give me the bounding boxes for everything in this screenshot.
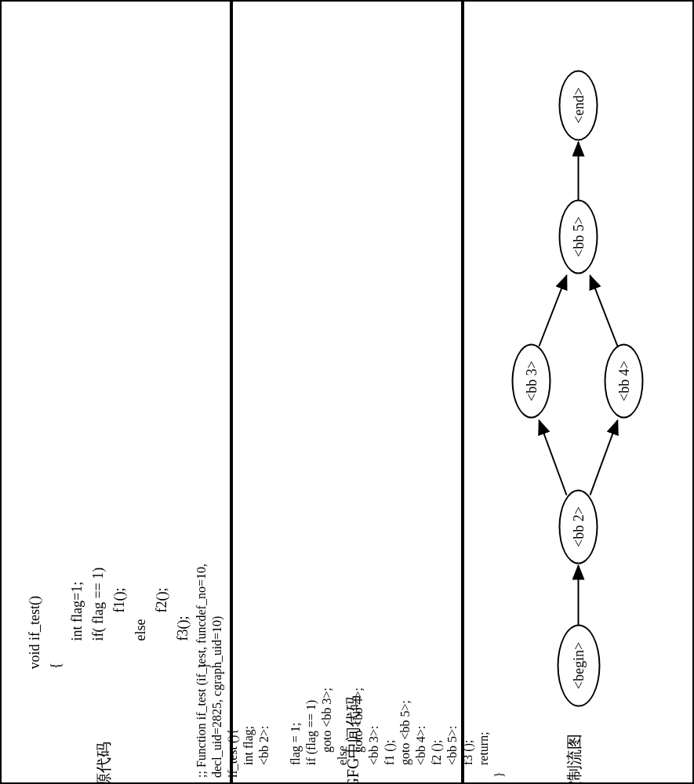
node-end: <end> [559, 71, 598, 141]
intermediate-label: GCC-GFG中间代码 [343, 695, 364, 784]
intermediate-code-panel: ;; Function if_test (if_test, funcdef_no… [231, 0, 463, 784]
node-begin-label: <begin> [571, 642, 587, 689]
node-bb5: <bb 5> [559, 200, 598, 274]
svg-line-2 [540, 421, 567, 495]
node-bb2-label: <bb 2> [570, 506, 587, 547]
source-label: 源代码 [93, 742, 114, 785]
source-code-text: void if_test() { int flag=1; if( flag ==… [24, 121, 215, 670]
cfg-label: 控制流图 [564, 734, 585, 785]
node-bb4: <bb 4> [605, 344, 644, 419]
node-bb3-label: <bb 3> [523, 361, 540, 401]
node-begin: <begin> [558, 625, 601, 707]
svg-line-3 [590, 421, 618, 495]
node-bb4-label: <bb 4> [616, 361, 632, 401]
intermediate-code-text: ;; Function if_test (if_test, funcdef_no… [194, 72, 507, 778]
node-end-label: <end> [570, 87, 587, 123]
node-bb2: <bb 2> [559, 490, 598, 564]
main-container: void if_test() { int flag=1; if( flag ==… [0, 0, 694, 784]
node-bb5-label: <bb 5> [570, 216, 587, 257]
cfg-diagram: <begin> <bb 2> <bb 3> <bb 4> <bb 5> <end… [465, 41, 695, 746]
node-bb3: <bb 3> [512, 344, 551, 419]
cfg-panel: <begin> <bb 2> <bb 3> <bb 4> <bb 5> <end… [463, 0, 694, 784]
svg-line-4 [540, 276, 567, 347]
svg-line-5 [590, 276, 618, 347]
